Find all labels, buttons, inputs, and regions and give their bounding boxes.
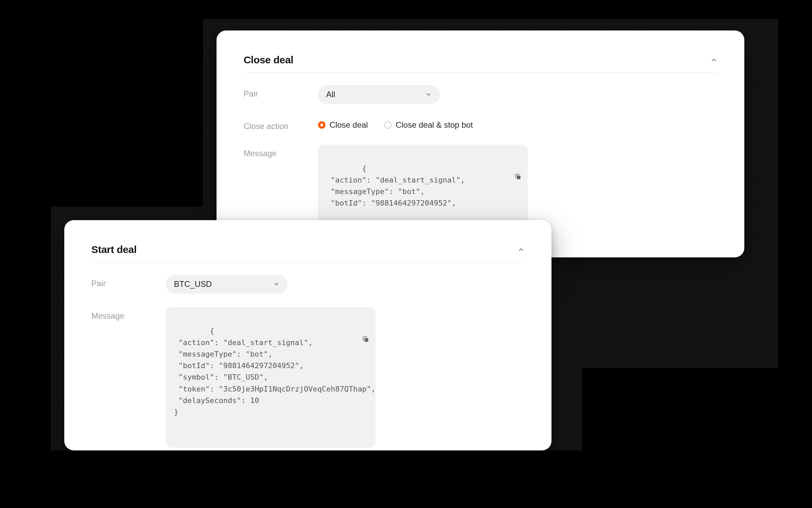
radio-icon xyxy=(384,121,391,129)
radio-close-deal-stop-bot[interactable]: Close deal & stop bot xyxy=(384,120,473,130)
pair-row: Pair All xyxy=(244,85,717,104)
pair-value: All xyxy=(326,90,335,99)
svg-rect-1 xyxy=(364,338,368,342)
svg-rect-0 xyxy=(517,176,520,179)
card-header: Close deal xyxy=(244,54,717,73)
message-body: { "action": "deal_start_signal", "messag… xyxy=(174,327,376,416)
message-code-block: { "action": "deal_start_signal", "messag… xyxy=(166,307,376,448)
pair-value: BTC_USD xyxy=(174,279,212,289)
card-title: Start deal xyxy=(91,244,137,255)
pair-select[interactable]: All xyxy=(318,85,440,104)
pair-row: Pair BTC_USD xyxy=(91,275,524,294)
chevron-down-icon xyxy=(273,281,279,287)
pair-label: Pair xyxy=(244,85,318,99)
message-body: { "action": "deal_start_signal", "messag… xyxy=(326,164,465,207)
radio-label: Close deal xyxy=(330,120,368,130)
message-label: Message xyxy=(91,307,166,321)
collapse-toggle-icon[interactable] xyxy=(710,57,717,63)
pair-select[interactable]: BTC_USD xyxy=(166,275,288,294)
copy-icon[interactable] xyxy=(362,313,369,320)
card-title: Close deal xyxy=(244,54,293,66)
message-label: Message xyxy=(244,145,318,158)
radio-close-deal[interactable]: Close deal xyxy=(318,120,368,130)
pair-label: Pair xyxy=(91,275,166,288)
close-action-row: Close action Close deal Close deal & sto… xyxy=(244,118,717,131)
start-deal-card: Start deal Pair BTC_USD Message { "actio… xyxy=(64,220,551,450)
chevron-down-icon xyxy=(426,91,432,98)
message-row: Message { "action": "deal_start_signal",… xyxy=(91,307,524,448)
radio-icon xyxy=(318,121,325,129)
radio-label: Close deal & stop bot xyxy=(396,120,473,130)
close-action-label: Close action xyxy=(244,118,318,131)
collapse-toggle-icon[interactable] xyxy=(518,246,524,253)
close-action-radio-group: Close deal Close deal & stop bot xyxy=(318,118,717,130)
copy-icon[interactable] xyxy=(514,150,522,157)
card-header: Start deal xyxy=(91,244,524,262)
